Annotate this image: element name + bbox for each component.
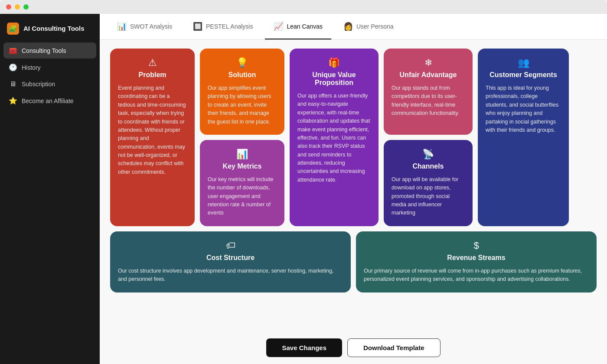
cost-title: Cost Structure xyxy=(118,254,343,262)
revenue-icon: $ xyxy=(364,240,589,251)
card-problem[interactable]: ⚠ Problem Event planning and coordinatin… xyxy=(110,49,195,226)
uvp-title: Unique Value Proposition xyxy=(297,71,371,87)
swot-icon: 📊 xyxy=(117,22,127,31)
solution-icon: 💡 xyxy=(208,57,277,68)
minimize-button[interactable] xyxy=(15,4,20,10)
cost-body: Our cost structure involves app developm… xyxy=(118,267,343,284)
uvp-icon: 🎁 xyxy=(297,57,371,68)
bottom-bar: Save Changes Download Template xyxy=(100,334,607,364)
unfair-title: Unfair Advantage xyxy=(392,71,465,79)
revenue-title: Revenue Streams xyxy=(364,254,589,262)
solution-body: Our app simplifies event planning by all… xyxy=(208,84,277,126)
card-unfair-advantage[interactable]: ❄ Unfair Advantage Our app stands out fr… xyxy=(384,49,473,135)
tab-lean-canvas[interactable]: 📈 Lean Canvas xyxy=(265,14,331,39)
sidebar-item-subscription[interactable]: 🖥 Subscription xyxy=(3,76,96,92)
uvp-body: Our app offers a user-friendly and easy-… xyxy=(297,92,371,184)
canvas-bottom-grid: 🏷 Cost Structure Our cost structure invo… xyxy=(110,231,597,292)
pestel-icon: 🔲 xyxy=(193,22,202,31)
tab-pestel[interactable]: 🔲 PESTEL Analysis xyxy=(184,14,261,39)
channels-body: Our app will be available for download o… xyxy=(392,176,465,218)
affiliate-icon: ⭐ xyxy=(9,97,17,105)
card-uvp[interactable]: 🎁 Unique Value Proposition Our app offer… xyxy=(290,49,379,226)
sidebar: 🧩 AI Consulting Tools 🧰 Consulting Tools… xyxy=(0,14,100,364)
save-button[interactable]: Save Changes xyxy=(266,338,342,357)
card-cost-structure[interactable]: 🏷 Cost Structure Our cost structure invo… xyxy=(110,231,351,292)
card-solution[interactable]: 💡 Solution Our app simplifies event plan… xyxy=(200,49,284,135)
canvas-area: ⚠ Problem Event planning and coordinatin… xyxy=(100,40,607,334)
card-key-metrics[interactable]: 📊 Key Metrics Our key metrics will inclu… xyxy=(200,140,284,226)
tab-label: User Persona xyxy=(356,23,394,30)
sidebar-item-history[interactable]: 🕐 History xyxy=(3,59,96,75)
tab-label: PESTEL Analysis xyxy=(206,23,253,30)
close-button[interactable] xyxy=(6,4,11,10)
card-channels[interactable]: 📡 Channels Our app will be available for… xyxy=(384,140,473,226)
problem-title: Problem xyxy=(118,71,187,79)
customer-body: This app is ideal for young professional… xyxy=(486,84,561,134)
keymetrics-icon: 📊 xyxy=(208,149,277,160)
user-persona-icon: 👩 xyxy=(343,22,353,31)
main-content: 📊 SWOT Analysis 🔲 PESTEL Analysis 📈 Lean… xyxy=(100,14,607,364)
logo-icon: 🧩 xyxy=(7,23,19,35)
window-chrome xyxy=(0,0,607,14)
card-customer-segments[interactable]: 👥 Customer Segments This app is ideal fo… xyxy=(478,49,569,226)
customer-title: Customer Segments xyxy=(486,71,561,79)
app-container: 🧩 AI Consulting Tools 🧰 Consulting Tools… xyxy=(0,14,607,364)
tab-swot[interactable]: 📊 SWOT Analysis xyxy=(108,14,181,39)
lean-canvas-icon: 📈 xyxy=(274,22,283,31)
history-icon: 🕐 xyxy=(9,63,17,72)
tab-label: SWOT Analysis xyxy=(130,23,172,30)
card-revenue-streams[interactable]: $ Revenue Streams Our primary source of … xyxy=(356,231,597,292)
sidebar-item-label: Consulting Tools xyxy=(22,47,66,54)
unfair-body: Our app stands out from competitors due … xyxy=(392,84,465,118)
sidebar-logo: 🧩 AI Consulting Tools xyxy=(0,14,100,42)
sidebar-item-consulting-tools[interactable]: 🧰 Consulting Tools xyxy=(3,42,96,58)
consulting-tools-icon: 🧰 xyxy=(9,46,17,55)
tabs-bar: 📊 SWOT Analysis 🔲 PESTEL Analysis 📈 Lean… xyxy=(100,14,607,40)
problem-icon: ⚠ xyxy=(118,57,187,68)
channels-icon: 📡 xyxy=(392,149,465,160)
keymetrics-body: Our key metrics will include the number … xyxy=(208,176,277,218)
channels-title: Channels xyxy=(392,162,465,170)
subscription-icon: 🖥 xyxy=(9,80,17,88)
solution-title: Solution xyxy=(208,71,277,79)
keymetrics-title: Key Metrics xyxy=(208,162,277,170)
sidebar-item-label: History xyxy=(22,64,41,71)
cost-icon: 🏷 xyxy=(118,240,343,251)
sidebar-nav: 🧰 Consulting Tools 🕐 History 🖥 Subscript… xyxy=(0,42,100,109)
customer-icon: 👥 xyxy=(486,57,561,68)
app-title: AI Consulting Tools xyxy=(23,25,85,32)
maximize-button[interactable] xyxy=(23,4,29,10)
download-button[interactable]: Download Template xyxy=(347,338,441,357)
revenue-body: Our primary source of revenue will come … xyxy=(364,267,589,284)
tab-user-persona[interactable]: 👩 User Persona xyxy=(335,14,402,39)
unfair-icon: ❄ xyxy=(392,57,465,68)
sidebar-item-affiliate[interactable]: ⭐ Become an Affiliate xyxy=(3,93,96,109)
tab-label: Lean Canvas xyxy=(287,23,323,30)
sidebar-item-label: Subscription xyxy=(22,81,55,88)
problem-body: Event planning and coordinating can be a… xyxy=(118,84,187,176)
sidebar-item-label: Become an Affiliate xyxy=(22,98,74,104)
